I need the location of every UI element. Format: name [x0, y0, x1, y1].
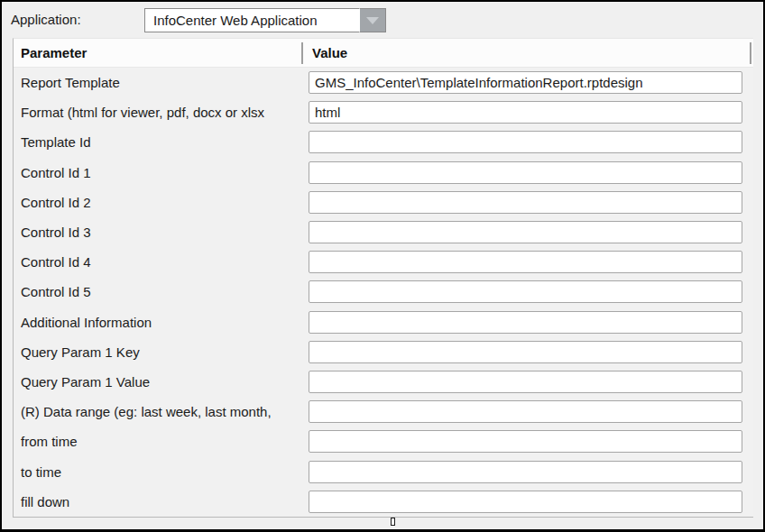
application-dropdown[interactable]: InfoCenter Web Application	[144, 8, 386, 32]
table-row: Additional Information	[14, 307, 753, 337]
parameter-label: (R) Data range (eg: last week, last mont…	[14, 404, 309, 419]
table-row: Control Id 5	[14, 277, 753, 307]
table-row: Template Id	[14, 127, 753, 157]
table-row: Query Param 1 Value	[14, 367, 753, 397]
value-input[interactable]	[309, 341, 742, 363]
parameter-label: Template Id	[14, 134, 309, 150]
parameter-label: from time	[14, 434, 309, 449]
value-input[interactable]	[309, 430, 742, 453]
parameter-label: Control Id 5	[14, 284, 309, 299]
parameter-label: Additional Information	[14, 315, 309, 330]
value-input[interactable]	[309, 371, 742, 393]
parameter-table: Parameter Value Report Template Format (…	[13, 38, 753, 518]
header-parameter: Parameter	[21, 39, 87, 68]
splitter-handle[interactable]	[391, 518, 395, 526]
value-input[interactable]	[309, 400, 742, 423]
value-input[interactable]	[309, 311, 742, 334]
application-label: Application:	[11, 12, 81, 27]
value-input[interactable]	[309, 221, 742, 243]
table-row: Control Id 4	[14, 247, 753, 277]
value-input[interactable]	[309, 491, 742, 513]
header-value: Value	[312, 39, 347, 68]
table-row: to time	[14, 456, 753, 486]
value-input[interactable]	[309, 71, 742, 94]
table-row: Control Id 2	[14, 188, 753, 217]
parameter-label: to time	[14, 464, 309, 480]
table-row: Control Id 1	[14, 158, 753, 188]
table-row: Query Param 1 Key	[14, 337, 753, 367]
table-row: Format (html for viewer, pdf, docx or xl…	[14, 97, 753, 127]
parameter-label: Control Id 2	[14, 195, 309, 210]
parameter-label: Control Id 3	[14, 225, 309, 240]
parameter-label: Control Id 1	[14, 165, 309, 180]
value-input[interactable]	[309, 101, 742, 124]
parameter-label: Control Id 4	[14, 254, 309, 270]
table-body: Report Template Format (html for viewer,…	[14, 68, 753, 517]
value-input[interactable]	[309, 280, 742, 303]
table-row: (R) Data range (eg: last week, last mont…	[14, 397, 753, 427]
parameter-label: Report Template	[14, 75, 309, 90]
application-dropdown-value[interactable]: InfoCenter Web Application	[144, 8, 359, 32]
value-input[interactable]	[309, 131, 742, 153]
parameter-label: Query Param 1 Value	[14, 374, 309, 390]
column-separator[interactable]	[750, 42, 751, 64]
parameter-label: Format (html for viewer, pdf, docx or xl…	[14, 105, 309, 120]
table-row: Report Template	[14, 68, 753, 97]
table-row: from time	[14, 427, 753, 456]
value-input[interactable]	[309, 191, 742, 214]
table-row: Control Id 3	[14, 217, 753, 247]
value-input[interactable]	[309, 461, 742, 483]
chevron-down-icon	[366, 17, 379, 24]
value-input[interactable]	[309, 251, 742, 273]
table-header: Parameter Value	[14, 39, 753, 68]
value-input[interactable]	[309, 161, 742, 184]
parameter-label: Query Param 1 Key	[14, 344, 309, 360]
table-row: fill down	[14, 487, 753, 517]
dropdown-button[interactable]	[359, 8, 386, 32]
application-window: Application: InfoCenter Web Application …	[0, 0, 765, 532]
column-separator[interactable]	[301, 42, 303, 64]
parameter-label: fill down	[14, 494, 309, 509]
